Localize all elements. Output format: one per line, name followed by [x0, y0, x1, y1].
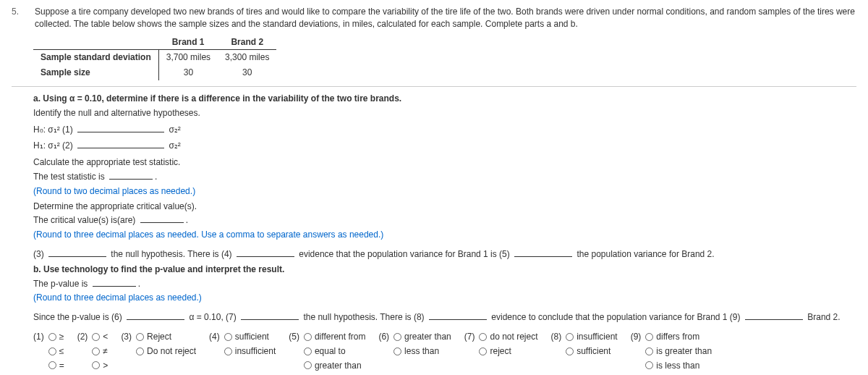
round-3dp-crit: (Round to three decimal places as needed…: [33, 229, 856, 241]
radio-9-1[interactable]: [645, 347, 653, 355]
answer-group-7: (7) do not reject reject: [464, 331, 538, 375]
blank-3[interactable]: [48, 248, 106, 257]
ag4-num: (4): [209, 331, 220, 343]
ag7-num: (7): [464, 331, 475, 343]
answer-group-2: (2) < ≠ >: [77, 331, 109, 375]
sb-1: Since the p-value is (6): [33, 312, 122, 322]
opt-3-0: Reject: [147, 331, 171, 343]
opt-1-1: ≤: [59, 345, 64, 358]
opt-9-1: is greater than: [656, 345, 712, 358]
blank-h1[interactable]: [77, 140, 164, 148]
sa-1: (3): [33, 249, 44, 259]
ag5-num: (5): [289, 331, 299, 343]
problem-text: Suppose a tire company developed two new…: [35, 6, 856, 30]
std-brand2: 3,300 miles: [218, 50, 276, 65]
row-size-label: Sample size: [33, 65, 158, 80]
radio-8-0[interactable]: [566, 333, 574, 341]
radio-9-0[interactable]: [645, 333, 653, 341]
blank-9[interactable]: [745, 311, 803, 320]
answer-group-1: (1) ≥ ≤ =: [33, 331, 64, 375]
opt-2-1: ≠: [103, 345, 108, 358]
sb-4: evidence to conclude that the population…: [491, 312, 740, 322]
size-brand2: 30: [218, 65, 276, 80]
radio-6-1[interactable]: [393, 347, 401, 355]
radio-5-0[interactable]: [304, 333, 312, 341]
sb-5: Brand 2.: [807, 312, 840, 322]
ag1-num: (1): [33, 331, 44, 343]
answer-group-3: (3) Reject Do not reject: [121, 331, 196, 375]
ag8-num: (8): [551, 331, 562, 343]
identify-hypotheses: Identify the null and alternative hypoth…: [33, 107, 856, 119]
ag3-num: (3): [121, 331, 132, 343]
answer-choices: (1) ≥ ≤ = (2) < ≠ > (3) Reject Do not re…: [33, 331, 856, 375]
radio-3-0[interactable]: [136, 333, 144, 341]
opt-6-1: less than: [404, 345, 439, 358]
opt-4-1: insufficient: [235, 345, 276, 358]
row-std-label: Sample standard deviation: [33, 50, 158, 65]
blank-pvalue[interactable]: [93, 278, 136, 287]
part-a-intro: a. Using α = 0.10, determine if there is…: [33, 93, 856, 105]
answer-group-9: (9) differs from is greater than is less…: [631, 331, 712, 375]
opt-5-0: different from: [315, 331, 365, 343]
opt-2-0: <: [103, 331, 108, 343]
radio-7-1[interactable]: [479, 347, 487, 355]
radio-2-1[interactable]: [92, 347, 100, 355]
sa-4: the population variance for Brand 2.: [576, 249, 714, 259]
col-brand2: Brand 2: [218, 35, 276, 50]
blank-crit[interactable]: [140, 214, 184, 223]
radio-4-0[interactable]: [224, 333, 232, 341]
radio-4-1[interactable]: [224, 347, 232, 355]
blank-8[interactable]: [429, 311, 487, 320]
radio-1-1[interactable]: [48, 347, 56, 355]
radio-1-2[interactable]: [48, 361, 56, 369]
opt-1-0: ≥: [59, 331, 64, 343]
sb-3: the null hypothesis. There is (8): [303, 312, 424, 322]
std-brand1: 3,700 miles: [158, 50, 218, 65]
radio-5-1[interactable]: [304, 347, 312, 355]
crit-line: The critical value(s) is(are): [33, 215, 135, 225]
answer-group-6: (6) greater than less than: [378, 331, 451, 375]
sb-2: α = 0.10, (7): [189, 312, 236, 322]
ag2-num: (2): [77, 331, 88, 343]
opt-8-1: sufficient: [576, 345, 610, 358]
opt-9-0: differs from: [656, 331, 699, 343]
det-crit-heading: Determine the appropriate critical value…: [33, 201, 856, 213]
blank-h0[interactable]: [77, 124, 164, 132]
blank-4[interactable]: [237, 248, 294, 257]
opt-7-0: do not reject: [490, 331, 537, 343]
opt-5-1: equal to: [315, 345, 346, 358]
pvalue-line: The p-value is: [33, 279, 88, 289]
calc-stat-heading: Calculate the appropriate test statistic…: [33, 156, 856, 169]
part-b-intro: b. Use technology to find the p-value an…: [33, 264, 856, 276]
sa-3: evidence that the population variance fo…: [299, 249, 510, 259]
radio-2-0[interactable]: [92, 333, 100, 341]
h0-rhs: σ₂²: [169, 125, 180, 135]
question-number: 5.: [12, 6, 26, 30]
radio-9-2[interactable]: [645, 361, 653, 369]
answer-group-8: (8) insufficient sufficient: [551, 331, 618, 375]
col-brand1: Brand 1: [158, 35, 218, 50]
blank-5[interactable]: [514, 248, 572, 257]
radio-8-1[interactable]: [566, 347, 574, 355]
ag6-num: (6): [378, 331, 389, 343]
blank-test-stat[interactable]: [109, 171, 153, 180]
opt-9-2: is less than: [656, 360, 699, 372]
radio-5-2[interactable]: [304, 361, 312, 369]
opt-8-0: insufficient: [576, 331, 617, 343]
test-stat-line: The test statistic is: [33, 172, 105, 182]
radio-2-2[interactable]: [92, 361, 100, 369]
h1-rhs: σ₂²: [169, 140, 180, 151]
blank-7[interactable]: [241, 311, 299, 320]
opt-7-1: reject: [490, 345, 511, 358]
radio-7-0[interactable]: [479, 333, 487, 341]
radio-6-0[interactable]: [393, 333, 401, 341]
ag9-num: (9): [631, 331, 642, 343]
opt-4-0: sufficient: [235, 331, 269, 343]
blank-6[interactable]: [127, 311, 184, 320]
opt-2-2: >: [103, 360, 108, 372]
opt-5-2: greater than: [315, 360, 362, 372]
data-table: Brand 1 Brand 2 Sample standard deviatio…: [33, 35, 276, 80]
round-3dp-p: (Round to three decimal places as needed…: [33, 292, 856, 304]
radio-3-1[interactable]: [136, 347, 144, 355]
radio-1-0[interactable]: [48, 333, 56, 341]
